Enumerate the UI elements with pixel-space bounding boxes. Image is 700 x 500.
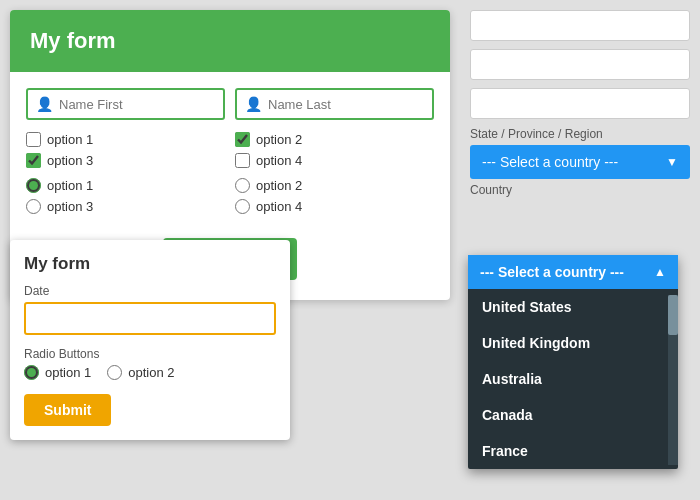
name-last-field[interactable]: 👤 bbox=[235, 88, 434, 120]
dropdown-arrow-up-icon: ▲ bbox=[654, 265, 666, 279]
radio-option3[interactable]: option 3 bbox=[26, 199, 225, 214]
state-label: State / Province / Region bbox=[470, 127, 690, 141]
second-form-title: My form bbox=[24, 254, 276, 274]
radio-option2[interactable]: option 2 bbox=[235, 178, 434, 193]
country-select-label: --- Select a country --- bbox=[482, 154, 618, 170]
radio-group: option 1 option 2 option 3 option 4 bbox=[26, 178, 434, 214]
country-dropdown: --- Select a country --- ▲ United States… bbox=[468, 255, 678, 469]
second-radio-option1-label: option 1 bbox=[45, 365, 91, 380]
checkbox-option3[interactable]: option 3 bbox=[26, 153, 225, 168]
second-form-card: My form Date 2014-05-07 Radio Buttons op… bbox=[10, 240, 290, 440]
radio-option3-input[interactable] bbox=[26, 199, 41, 214]
person-icon-2: 👤 bbox=[245, 96, 262, 112]
date-label: Date bbox=[24, 284, 276, 298]
second-radio-option2-label: option 2 bbox=[128, 365, 174, 380]
name-first-input[interactable] bbox=[59, 97, 215, 112]
country-select-button[interactable]: --- Select a country --- ▼ bbox=[470, 145, 690, 179]
checkbox-option4-input[interactable] bbox=[235, 153, 250, 168]
radio-option2-input[interactable] bbox=[235, 178, 250, 193]
second-radio-group: option 1 option 2 bbox=[24, 365, 276, 380]
radio-option4-label: option 4 bbox=[256, 199, 302, 214]
dropdown-item-fr[interactable]: France bbox=[468, 433, 678, 469]
second-radio-option2[interactable]: option 2 bbox=[107, 365, 174, 380]
second-radio-option2-input[interactable] bbox=[107, 365, 122, 380]
checkbox-option1[interactable]: option 1 bbox=[26, 132, 225, 147]
checkbox-option1-label: option 1 bbox=[47, 132, 93, 147]
radio-option1-input[interactable] bbox=[26, 178, 41, 193]
right-input-1[interactable] bbox=[470, 10, 690, 41]
checkbox-option1-input[interactable] bbox=[26, 132, 41, 147]
right-panel: State / Province / Region --- Select a c… bbox=[470, 10, 690, 201]
name-row: 👤 👤 bbox=[26, 88, 434, 120]
checkbox-option4-label: option 4 bbox=[256, 153, 302, 168]
radio-option1-label: option 1 bbox=[47, 178, 93, 193]
radio-option2-label: option 2 bbox=[256, 178, 302, 193]
second-radio-option1[interactable]: option 1 bbox=[24, 365, 91, 380]
radio-option4[interactable]: option 4 bbox=[235, 199, 434, 214]
dropdown-scrollbar[interactable] bbox=[668, 295, 678, 465]
dropdown-arrow-icon: ▼ bbox=[666, 155, 678, 169]
radio-option4-input[interactable] bbox=[235, 199, 250, 214]
checkbox-option3-label: option 3 bbox=[47, 153, 93, 168]
person-icon: 👤 bbox=[36, 96, 53, 112]
checkbox-option2[interactable]: option 2 bbox=[235, 132, 434, 147]
dropdown-item-ca[interactable]: Canada bbox=[468, 397, 678, 433]
checkbox-option3-input[interactable] bbox=[26, 153, 41, 168]
dropdown-item-au[interactable]: Australia bbox=[468, 361, 678, 397]
radio-buttons-label: Radio Buttons bbox=[24, 347, 276, 361]
name-last-input[interactable] bbox=[268, 97, 424, 112]
second-radio-option1-input[interactable] bbox=[24, 365, 39, 380]
checkbox-option2-label: option 2 bbox=[256, 132, 302, 147]
date-input[interactable]: 2014-05-07 bbox=[24, 302, 276, 335]
dropdown-header-label: --- Select a country --- bbox=[480, 264, 624, 280]
name-first-field[interactable]: 👤 bbox=[26, 88, 225, 120]
dropdown-scrollbar-thumb bbox=[668, 295, 678, 335]
dropdown-item-us[interactable]: United States bbox=[468, 289, 678, 325]
dropdown-header[interactable]: --- Select a country --- ▲ bbox=[468, 255, 678, 289]
checkbox-group: option 1 option 2 option 3 option 4 bbox=[26, 132, 434, 168]
right-input-2[interactable] bbox=[470, 49, 690, 80]
form-title: My form bbox=[10, 10, 450, 72]
checkbox-option2-input[interactable] bbox=[235, 132, 250, 147]
radio-option1[interactable]: option 1 bbox=[26, 178, 225, 193]
second-submit-button[interactable]: Submit bbox=[24, 394, 111, 426]
right-input-3[interactable] bbox=[470, 88, 690, 119]
dropdown-item-uk[interactable]: United Kingdom bbox=[468, 325, 678, 361]
dropdown-list: United States United Kingdom Australia C… bbox=[468, 289, 678, 469]
checkbox-option4[interactable]: option 4 bbox=[235, 153, 434, 168]
country-section: --- Select a country --- ▼ Country bbox=[470, 145, 690, 197]
country-label: Country bbox=[470, 183, 690, 197]
radio-option3-label: option 3 bbox=[47, 199, 93, 214]
